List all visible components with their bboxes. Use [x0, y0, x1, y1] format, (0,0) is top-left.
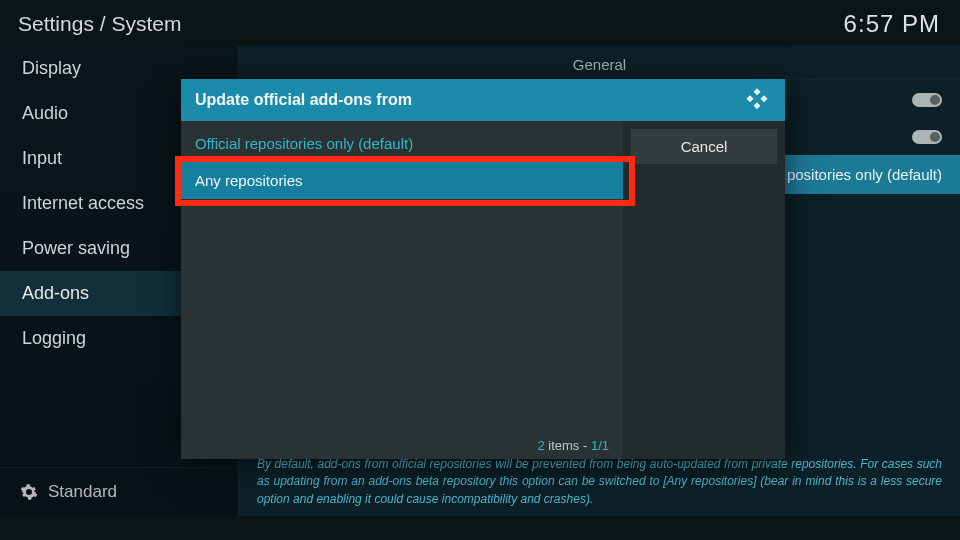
cancel-label: Cancel: [681, 138, 728, 155]
page-indicator: 1/1: [591, 438, 609, 453]
kodi-logo-icon: [743, 86, 771, 114]
dialog-title: Update official add-ons from: [195, 91, 412, 109]
option-label: Any repositories: [195, 172, 303, 189]
dialog-item-count: 2 items - 1/1: [537, 438, 609, 453]
dialog-body: Official repositories only (default) Any…: [181, 121, 785, 459]
option-any-repos[interactable]: Any repositories: [181, 162, 623, 199]
dialog-side-panel: Cancel: [623, 121, 785, 459]
option-label: Official repositories only (default): [195, 135, 413, 152]
count-number: 2: [537, 438, 544, 453]
dialog-option-list: Official repositories only (default) Any…: [181, 121, 623, 459]
select-dialog: Update official add-ons from Official re…: [181, 79, 785, 459]
dialog-header: Update official add-ons from: [181, 79, 785, 121]
count-text: items -: [545, 438, 591, 453]
option-official-repos[interactable]: Official repositories only (default): [181, 125, 623, 162]
cancel-button[interactable]: Cancel: [631, 129, 777, 164]
